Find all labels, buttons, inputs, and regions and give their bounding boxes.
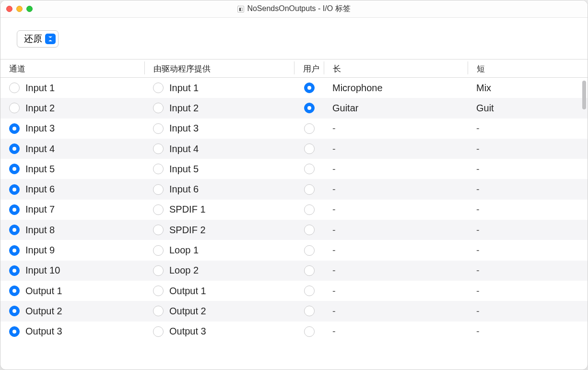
driver-radio[interactable] [153, 164, 164, 174]
channel-radio[interactable] [9, 326, 20, 337]
user-radio[interactable] [304, 184, 315, 195]
channel-radio[interactable] [9, 103, 20, 113]
table-row[interactable]: Input 9Loop 1-- [0, 240, 588, 260]
long-label: - [332, 164, 336, 175]
header-long[interactable]: 长 [324, 61, 468, 74]
table-row[interactable]: Output 1Output 1-- [0, 281, 588, 301]
scrollbar-thumb[interactable] [582, 81, 586, 109]
user-radio[interactable] [304, 204, 315, 215]
short-cell: Mix [468, 78, 588, 98]
table-row[interactable]: Input 1Input 1MicrophoneMix [0, 78, 588, 98]
titlebar: ◧ NoSendsOnOutputs - I/O 标签 [0, 0, 588, 18]
channel-cell: Output 2 [0, 301, 144, 321]
driver-radio[interactable] [153, 103, 164, 113]
restore-button[interactable]: 还原 [17, 30, 59, 48]
short-cell: Guit [468, 98, 588, 118]
driver-label: Input 1 [169, 83, 199, 94]
user-radio[interactable] [304, 164, 315, 174]
channel-radio[interactable] [9, 184, 20, 195]
user-radio[interactable] [304, 286, 315, 296]
channel-radio[interactable] [9, 123, 20, 134]
user-radio[interactable] [304, 225, 315, 235]
table-body: Input 1Input 1MicrophoneMixInput 2Input … [0, 78, 588, 370]
channel-label: Output 2 [25, 306, 62, 317]
driver-radio[interactable] [153, 245, 164, 256]
long-label: - [332, 184, 336, 195]
driver-radio[interactable] [153, 286, 164, 296]
window: ◧ NoSendsOnOutputs - I/O 标签 还原 通道 由驱动程序提… [0, 0, 588, 370]
channel-cell: Input 1 [0, 78, 144, 98]
driver-radio[interactable] [153, 326, 164, 337]
long-label: - [332, 123, 336, 134]
driver-radio[interactable] [153, 184, 164, 195]
driver-radio[interactable] [153, 265, 164, 276]
driver-radio[interactable] [153, 225, 164, 235]
toolbar: 还原 [0, 18, 588, 60]
channel-radio[interactable] [9, 225, 20, 235]
channel-cell: Input 10 [0, 261, 144, 281]
user-cell [294, 78, 324, 98]
short-label: - [476, 143, 480, 155]
header-short[interactable]: 短 [468, 61, 588, 74]
user-radio[interactable] [304, 265, 315, 276]
channel-label: Output 1 [25, 286, 62, 297]
user-radio[interactable] [304, 83, 315, 93]
driver-radio[interactable] [153, 123, 164, 134]
long-label: Guitar [332, 103, 358, 114]
user-radio[interactable] [304, 123, 315, 134]
table-row[interactable]: Input 4Input 4-- [0, 139, 588, 159]
short-cell: - [468, 159, 588, 179]
driver-radio[interactable] [153, 143, 164, 154]
driver-label: SPDIF 2 [169, 225, 206, 236]
table-row[interactable]: Output 3Output 3-- [0, 322, 588, 342]
channel-cell: Input 5 [0, 159, 144, 179]
short-label: - [476, 326, 480, 337]
table-row[interactable]: Input 8SPDIF 2-- [0, 220, 588, 240]
table-row[interactable]: Output 2Output 2-- [0, 301, 588, 321]
user-radio[interactable] [304, 326, 315, 337]
user-radio[interactable] [304, 103, 315, 113]
driver-cell: SPDIF 2 [144, 220, 294, 240]
minimize-window-button[interactable] [16, 6, 23, 12]
driver-radio[interactable] [153, 204, 164, 215]
close-window-button[interactable] [6, 6, 12, 12]
channel-radio[interactable] [9, 286, 20, 296]
channel-radio[interactable] [9, 143, 20, 154]
table-row[interactable]: Input 7SPDIF 1-- [0, 200, 588, 220]
channel-radio[interactable] [9, 164, 20, 174]
table-row[interactable]: Input 6Input 6-- [0, 179, 588, 199]
user-cell [294, 200, 324, 220]
user-cell [294, 240, 324, 260]
user-radio[interactable] [304, 143, 315, 154]
channel-radio[interactable] [9, 204, 20, 215]
channel-radio[interactable] [9, 245, 20, 256]
long-cell: - [324, 220, 468, 240]
user-cell [294, 301, 324, 321]
driver-cell: SPDIF 1 [144, 200, 294, 220]
header-driver[interactable]: 由驱动程序提供 [144, 61, 294, 74]
driver-label: Input 4 [169, 143, 199, 155]
short-cell: - [468, 139, 588, 159]
table-row[interactable]: Input 5Input 5-- [0, 159, 588, 179]
long-cell: - [324, 159, 468, 179]
header-channel[interactable]: 通道 [0, 61, 144, 74]
user-cell [294, 159, 324, 179]
user-radio[interactable] [304, 245, 315, 256]
user-radio[interactable] [304, 306, 315, 316]
user-cell [294, 261, 324, 281]
long-cell: Guitar [324, 98, 468, 118]
channel-radio[interactable] [9, 306, 20, 316]
channel-radio[interactable] [9, 83, 20, 93]
zoom-window-button[interactable] [26, 6, 33, 12]
table-row[interactable]: Input 3Input 3-- [0, 119, 588, 139]
driver-radio[interactable] [153, 83, 164, 93]
channel-radio[interactable] [9, 265, 20, 276]
short-cell: - [468, 301, 588, 321]
driver-label: Output 3 [169, 326, 206, 337]
long-label: - [332, 143, 336, 155]
channel-label: Input 7 [25, 204, 55, 215]
table-row[interactable]: Input 2Input 2GuitarGuit [0, 98, 588, 118]
driver-radio[interactable] [153, 306, 164, 316]
header-user[interactable]: 用户 [294, 61, 324, 74]
table-row[interactable]: Input 10Loop 2-- [0, 261, 588, 281]
